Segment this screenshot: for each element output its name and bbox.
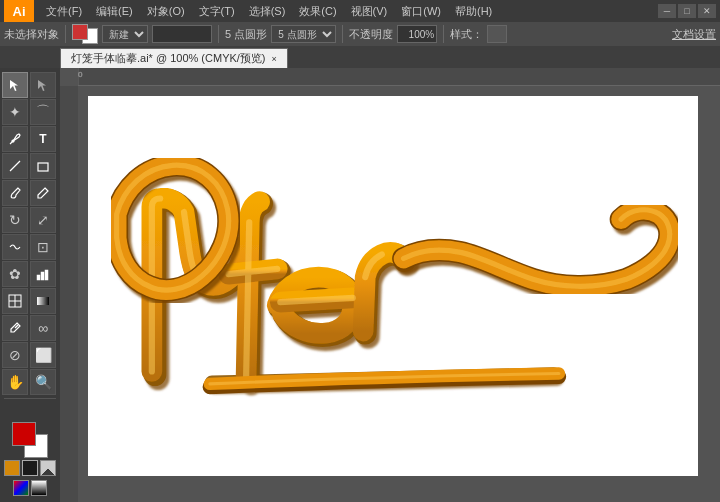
tool-row-9 [2, 288, 58, 314]
separator-2 [218, 25, 219, 43]
separator-3 [342, 25, 343, 43]
svg-rect-4 [41, 272, 44, 280]
extra-color-row [4, 460, 56, 476]
eyedropper-tool[interactable] [2, 315, 28, 341]
line-tool[interactable] [2, 153, 28, 179]
svg-text:0: 0 [78, 70, 83, 79]
style-swatch[interactable] [487, 25, 507, 43]
tool-row-11: ⊘ ⬜ [2, 342, 58, 368]
menu-bar: 文件(F) 编辑(E) 对象(O) 文字(T) 选择(S) 效果(C) 视图(V… [40, 2, 658, 21]
stroke-color-box[interactable] [72, 24, 98, 44]
canvas-area: 0 [60, 68, 720, 502]
rotate-tool[interactable]: ↻ [2, 207, 28, 233]
menu-view[interactable]: 视图(V) [345, 2, 394, 21]
tool-row-1 [2, 72, 58, 98]
menu-object[interactable]: 对象(O) [141, 2, 191, 21]
svg-rect-2 [38, 163, 48, 171]
tool-row-10: ∞ [2, 315, 58, 341]
eraser-tool[interactable]: ⬜ [30, 342, 56, 368]
brush-tool[interactable] [2, 180, 28, 206]
type-tool[interactable]: T [30, 126, 56, 152]
app-logo: Ai [4, 0, 34, 22]
free-transform-tool[interactable]: ⊡ [30, 234, 56, 260]
artwork-svg [98, 106, 678, 436]
lasso-tool[interactable]: ⌒ [30, 99, 56, 125]
svg-rect-14 [60, 86, 78, 502]
svg-rect-9 [37, 297, 49, 305]
tab-close-button[interactable]: × [272, 54, 277, 64]
zoom-tool[interactable]: 🔍 [30, 369, 56, 395]
slice-tool[interactable]: ⊘ [2, 342, 28, 368]
ruler-vertical [60, 86, 78, 502]
menu-window[interactable]: 窗口(W) [395, 2, 447, 21]
menu-type[interactable]: 文字(T) [193, 2, 241, 21]
color-mode-btn[interactable] [13, 480, 29, 496]
doc-settings-label[interactable]: 文档设置 [672, 27, 716, 42]
menu-help[interactable]: 帮助(H) [449, 2, 498, 21]
tool-row-8: ✿ [2, 261, 58, 287]
dot-shape-label: 5 点圆形 [225, 27, 267, 42]
artboard [88, 96, 698, 476]
magic-wand-tool[interactable]: ✦ [2, 99, 28, 125]
swatch-orange[interactable] [4, 460, 20, 476]
tool-row-4 [2, 153, 58, 179]
color-mode-row [13, 480, 47, 496]
swatch-dark[interactable] [22, 460, 38, 476]
tool-row-2: ✦ ⌒ [2, 99, 58, 125]
tool-row-7: ⊡ [2, 234, 58, 260]
opacity-label: 不透明度 [349, 27, 393, 42]
svg-line-10 [15, 325, 18, 328]
select-tool[interactable] [2, 72, 28, 98]
opacity-input[interactable]: 100% [397, 25, 437, 43]
tool-row-12: ✋ 🔍 [2, 369, 58, 395]
ruler-horizontal: 0 [78, 68, 720, 86]
separator-4 [443, 25, 444, 43]
minimize-button[interactable]: ─ [658, 4, 676, 18]
svg-rect-11 [78, 68, 720, 85]
svg-line-1 [10, 161, 20, 171]
grayscale-mode-btn[interactable] [31, 480, 47, 496]
menu-edit[interactable]: 编辑(E) [90, 2, 139, 21]
sidebar-separator [4, 398, 56, 399]
tool-row-6: ↻ ⤢ [2, 207, 58, 233]
title-bar: Ai 文件(F) 编辑(E) 对象(O) 文字(T) 选择(S) 效果(C) 视… [0, 0, 720, 22]
maximize-button[interactable]: □ [678, 4, 696, 18]
tab-bar: 灯笼手体临摹.ai* @ 100% (CMYK/预览) × [0, 46, 720, 68]
menu-file[interactable]: 文件(F) [40, 2, 88, 21]
svg-rect-3 [37, 275, 40, 280]
toolbox: ✦ ⌒ T ↻ ⤢ [0, 68, 60, 502]
window-controls: ─ □ ✕ [658, 4, 716, 18]
pen-tool[interactable] [2, 126, 28, 152]
fill-stroke-boxes[interactable] [12, 422, 48, 458]
symbol-tool[interactable]: ✿ [2, 261, 28, 287]
close-button[interactable]: ✕ [698, 4, 716, 18]
style-label: 样式： [450, 27, 483, 42]
separator-1 [65, 25, 66, 43]
fill-color[interactable] [12, 422, 36, 446]
tab-filename: 灯笼手体临摹.ai* @ 100% (CMYK/预览) [71, 51, 266, 66]
none-swatch[interactable] [40, 460, 56, 476]
control-bar: 未选择对象 新建 5 点圆形 5 点圆形 不透明度 100% 样式： 文档设置 [0, 22, 720, 46]
column-graph-tool[interactable] [30, 261, 56, 287]
blend-tool[interactable]: ∞ [30, 315, 56, 341]
tool-row-5 [2, 180, 58, 206]
document-tab[interactable]: 灯笼手体临摹.ai* @ 100% (CMYK/预览) × [60, 48, 288, 68]
color-section [4, 422, 56, 500]
mesh-tool[interactable] [2, 288, 28, 314]
gradient-tool[interactable] [30, 288, 56, 314]
menu-effect[interactable]: 效果(C) [293, 2, 342, 21]
scale-tool[interactable]: ⤢ [30, 207, 56, 233]
warp-tool[interactable] [2, 234, 28, 260]
rect-tool[interactable] [30, 153, 56, 179]
svg-point-0 [12, 140, 14, 142]
hand-tool[interactable]: ✋ [2, 369, 28, 395]
dot-shape-select[interactable]: 5 点圆形 [271, 25, 336, 43]
direct-select-tool[interactable] [30, 72, 56, 98]
stroke-type-select[interactable]: 新建 [102, 25, 148, 43]
menu-select[interactable]: 选择(S) [243, 2, 292, 21]
svg-rect-5 [45, 270, 48, 280]
stroke-value-input[interactable] [152, 25, 212, 43]
selection-label: 未选择对象 [4, 27, 59, 42]
tool-row-3: T [2, 126, 58, 152]
pencil-tool[interactable] [30, 180, 56, 206]
